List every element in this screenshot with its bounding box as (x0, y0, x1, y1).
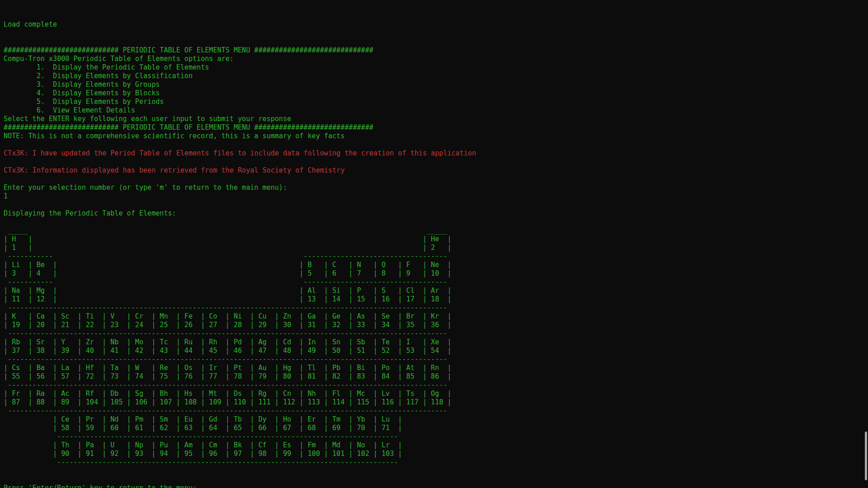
menu-option-6: 6. View Element Details (4, 106, 868, 115)
periodic-table-ascii-line: | 19 | 20 | 21 | 22 | 23 | 24 | 25 | 26 … (4, 321, 868, 329)
periodic-table-ascii-line: ----------------------------------------… (4, 407, 868, 415)
periodic-table-ascii-line: ----------- ----------------------------… (4, 252, 868, 261)
periodic-table-ascii-line: ----------------------------------------… (4, 304, 868, 312)
periodic-table-ascii-line: | Rb | Sr | Y | Zr | Nb | Mo | Tc | Ru |… (4, 338, 868, 347)
periodic-table-ascii-line: | 3 | 4 | | 5 | 6 | 7 | 8 | 9 | 10 | (4, 269, 868, 278)
blank-line (4, 141, 868, 149)
periodic-table-ascii-line: | 11 | 12 | | 13 | 14 | 15 | 16 | 17 | 1… (4, 295, 868, 304)
periodic-table-ascii-line: | 87 | 88 | 89 | 104 | 105 | 106 | 107 |… (4, 398, 868, 407)
blank-line (4, 218, 868, 226)
periodic-table-ascii-line: | K | Ca | Sc | Ti | V | Cr | Mn | Fe | … (4, 312, 868, 321)
menu-instruction: Select the ENTER key following each user… (4, 115, 868, 123)
blank-line (4, 201, 868, 209)
periodic-table-ascii-line: | Cs | Ba | La | Hf | Ta | W | Re | Os |… (4, 364, 868, 372)
return-prompt: Press 'Enter/Return' key to return to th… (4, 484, 868, 488)
periodic-table-ascii-line: | 1 | | 2 | (4, 244, 868, 252)
selection-prompt: Enter your selection number (or type 'm'… (4, 183, 868, 192)
menu-option-1: 1. Display the Periodic Table of Element… (4, 63, 868, 72)
periodic-table-ascii-line: _____ _____ (4, 226, 868, 235)
menu-note: NOTE: This is not a comprehensive scient… (4, 132, 868, 141)
periodic-table-ascii-line: | 58 | 59 | 60 | 61 | 62 | 63 | 64 | 65 … (4, 424, 868, 432)
periodic-table-ascii-line: ----------------------------------------… (4, 329, 868, 338)
ctx3k-message-2: CTx3K: Information displayed has been re… (4, 166, 868, 175)
blank-line (4, 29, 868, 38)
menu-option-2: 2. Display Elements by Classification (4, 72, 868, 80)
menu-option-4: 4. Display Elements by Blocks (4, 89, 868, 98)
periodic-table-ascii-line: | Th | Pa | U | Np | Pu | Am | Cm | Bk |… (4, 441, 868, 450)
periodic-table-ascii-line: | 90 | 91 | 92 | 93 | 94 | 95 | 96 | 97 … (4, 450, 868, 458)
blank-line (4, 38, 868, 46)
scrollbar-thumb[interactable] (865, 432, 867, 480)
periodic-table-ascii-line: ----------------------------------------… (4, 458, 868, 467)
blank-line (4, 467, 868, 475)
periodic-table-ascii-line: | 55 | 56 | 57 | 72 | 73 | 74 | 75 | 76 … (4, 372, 868, 381)
periodic-table-ascii-line: | Fr | Ra | Ac | Rf | Db | Sg | Bh | Hs … (4, 389, 868, 398)
blank-line (4, 158, 868, 166)
menu-title: Compu-Tron x3000 Periodic Table of Eleme… (4, 55, 868, 63)
periodic-table-ascii-line: ----------- ----------------------------… (4, 278, 868, 286)
menu-option-5: 5. Display Elements by Periods (4, 98, 868, 106)
menu-header-top: ############################ PERIODIC TA… (4, 46, 868, 55)
periodic-table-ascii-line: ----------------------------------------… (4, 432, 868, 441)
periodic-table-ascii-line: | Li | Be | | B | C | N | O | F | Ne | (4, 261, 868, 269)
user-input-echo: 1 (4, 192, 868, 201)
ctx3k-message-1: CTx3K: I have updated the Period Table o… (4, 149, 868, 158)
load-complete-message: Load complete (4, 20, 868, 29)
periodic-table-ascii-line: | H | | He | (4, 235, 868, 244)
periodic-table-ascii-line: ----------------------------------------… (4, 381, 868, 389)
periodic-table-ascii-line: | Na | Mg | | Al | Si | P | S | Cl | Ar … (4, 286, 868, 295)
terminal-output: Load complete###########################… (4, 20, 868, 488)
menu-header-bottom: ############################ PERIODIC TA… (4, 123, 868, 132)
menu-option-3: 3. Display Elements by Groups (4, 80, 868, 89)
table-caption: Displaying the Periodic Table of Element… (4, 209, 868, 218)
blank-line (4, 175, 868, 183)
blank-line (4, 475, 868, 484)
periodic-table-ascii-line: ----------------------------------------… (4, 355, 868, 364)
periodic-table-ascii-line: | Ce | Pr | Nd | Pm | Sm | Eu | Gd | Tb … (4, 415, 868, 424)
terminal-screen[interactable]: Load complete###########################… (0, 0, 868, 488)
periodic-table-ascii-line: | 37 | 38 | 39 | 40 | 41 | 42 | 43 | 44 … (4, 347, 868, 355)
